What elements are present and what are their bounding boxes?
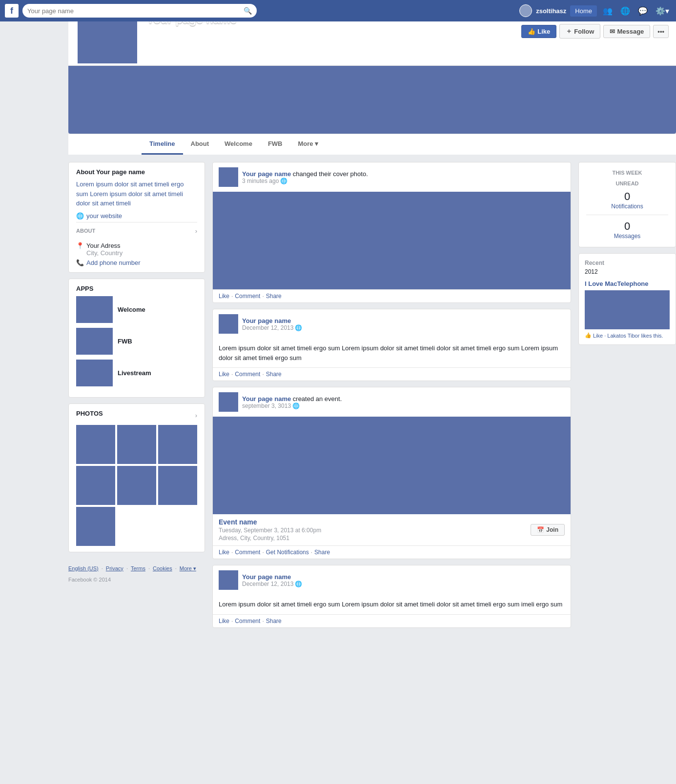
app-fwb[interactable]: FWB xyxy=(76,328,197,355)
post-author-1[interactable]: Your page name xyxy=(242,170,291,178)
post-share-4[interactable]: Share xyxy=(266,618,282,624)
thumbs-up-small-icon: 👍 xyxy=(585,332,592,339)
photo-1[interactable] xyxy=(76,425,115,464)
address-line1: Your Adress xyxy=(86,242,123,249)
center-content: Your page name Website 👍 Like ＋ Follow ✉… xyxy=(68,21,676,641)
phone-icon: 📞 xyxy=(76,259,84,266)
photo-7[interactable] xyxy=(76,507,115,546)
post-event-image xyxy=(213,417,571,514)
post-actions-2: Like · Comment · Share xyxy=(213,367,571,381)
event-location: Adress, City, Country, 1051 xyxy=(219,535,321,542)
tab-fwb[interactable]: FWB xyxy=(260,134,290,155)
post-action-3: created an event. xyxy=(293,395,342,402)
address-line2: City, Country xyxy=(86,249,123,257)
event-name[interactable]: Event name xyxy=(219,518,321,526)
about-section-header: ABOUT › xyxy=(76,222,197,240)
more-options-button[interactable]: ••• xyxy=(653,25,669,38)
chevron-down-icon: ▾ xyxy=(315,140,318,147)
like-button[interactable]: 👍 Like xyxy=(521,25,556,38)
post-comment-3[interactable]: Comment xyxy=(235,549,260,556)
post-author-4[interactable]: Your page name xyxy=(242,573,291,581)
news-feed: Your page name changed their cover photo… xyxy=(212,162,571,634)
chat-icon[interactable]: 💬 xyxy=(636,4,650,18)
home-button[interactable]: Home xyxy=(570,5,597,17)
photo-4[interactable] xyxy=(76,466,115,505)
website-link[interactable]: 🌐 your website xyxy=(76,212,197,220)
post-header-4: Your page name December 12, 2013 🌐 xyxy=(213,565,571,595)
globe-icon[interactable]: 🌐 xyxy=(618,4,632,18)
post-body-4: Lorem ipsum dolor sit amet timeli ergo s… xyxy=(213,595,571,614)
post-like-1[interactable]: Like xyxy=(219,293,229,300)
post-avatar-2 xyxy=(219,314,238,334)
right-panel: THIS WEEK UNREAD 0 Notifications 0 Messa… xyxy=(578,162,676,634)
tab-about[interactable]: About xyxy=(183,134,217,155)
app-thumb-welcome xyxy=(76,296,113,323)
post-share-2[interactable]: Share xyxy=(266,371,282,378)
post-actions-3: Like · Comment · Get Notifications · Sha… xyxy=(213,545,571,559)
photos-grid xyxy=(76,425,197,546)
search-bar[interactable]: 🔍 xyxy=(22,4,257,18)
photo-5[interactable] xyxy=(117,466,156,505)
join-event-button[interactable]: 📅 Join xyxy=(531,524,565,536)
post-image-1 xyxy=(213,192,571,289)
message-icon: ✉ xyxy=(610,28,615,35)
tab-timeline[interactable]: Timeline xyxy=(142,134,183,155)
friends-icon[interactable]: 👥 xyxy=(601,4,615,18)
post-meta-2: Your page name December 12, 2013 🌐 xyxy=(242,317,565,331)
post-comment-1[interactable]: Comment xyxy=(235,293,260,300)
post-comment-2[interactable]: Comment xyxy=(235,371,260,378)
i-love-likes: 👍 Like · Lakatos Tibor likes this. xyxy=(585,332,670,339)
cover-photo: Your page name Website 👍 Like ＋ Follow ✉… xyxy=(68,21,676,134)
event-date: Tuesday, September 3, 2013 at 6:00pm xyxy=(219,527,321,534)
post-share-1[interactable]: Share xyxy=(266,293,282,300)
event-info: Event name Tuesday, September 3, 2013 at… xyxy=(213,514,571,545)
follow-button[interactable]: ＋ Follow xyxy=(559,24,600,39)
post-meta-4: Your page name December 12, 2013 🌐 xyxy=(242,573,565,587)
profile-tabs: Timeline About Welcome FWB More ▾ xyxy=(68,134,676,155)
i-love-thumbnail xyxy=(585,290,670,329)
top-nav: f 🔍 zsoltihasz Home 👥 🌐 💬 ⚙️▾ xyxy=(0,0,676,21)
post-comment-4[interactable]: Comment xyxy=(235,618,260,624)
plus-icon: ＋ xyxy=(566,27,572,36)
footer-cookies[interactable]: Cookies xyxy=(153,565,172,572)
settings-icon[interactable]: ⚙️▾ xyxy=(654,4,671,18)
app-welcome[interactable]: Welcome xyxy=(76,296,197,323)
footer-terms[interactable]: Terms xyxy=(131,565,145,572)
footer-privacy[interactable]: Privacy xyxy=(106,565,123,572)
calendar-icon: 📅 xyxy=(537,526,544,533)
i-love-section: I Love MacTelephone 👍 Like · Lakatos Tib… xyxy=(585,280,670,339)
post-author-3[interactable]: Your page name xyxy=(242,395,291,402)
post-author-2[interactable]: Your page name xyxy=(242,317,291,324)
post-event: Your page name created an event. septemb… xyxy=(212,387,571,559)
post-like-2[interactable]: Like xyxy=(219,371,229,378)
search-input[interactable] xyxy=(27,7,244,15)
post-like-3[interactable]: Like xyxy=(219,549,229,556)
page-website[interactable]: Website xyxy=(146,26,169,34)
tab-welcome[interactable]: Welcome xyxy=(217,134,260,155)
photo-2[interactable] xyxy=(117,425,156,464)
photo-6[interactable] xyxy=(158,466,197,505)
footer-english[interactable]: English (US) xyxy=(68,565,99,572)
post-header-1: Your page name changed their cover photo… xyxy=(213,162,571,192)
tab-more[interactable]: More ▾ xyxy=(290,134,326,155)
photo-3[interactable] xyxy=(158,425,197,464)
post-header-3: Your page name created an event. septemb… xyxy=(213,387,571,417)
footer-more[interactable]: More ▾ xyxy=(180,565,196,572)
i-love-title[interactable]: I Love MacTelephone xyxy=(585,280,670,287)
notifications-label[interactable]: Notifications xyxy=(586,203,668,210)
apps-card: APPS Welcome FWB Livestream xyxy=(68,279,205,398)
post-body-2: Lorem ipsum dolor sit amet timeli ergo s… xyxy=(213,339,571,367)
add-phone-link[interactable]: 📞 Add phone number xyxy=(76,259,197,266)
post-like-4[interactable]: Like xyxy=(219,618,229,624)
post-share-3[interactable]: Share xyxy=(314,549,330,556)
post-actions-1: Like · Comment · Share xyxy=(213,289,571,302)
apps-title: APPS xyxy=(76,285,197,292)
post-time-4: December 12, 2013 🌐 xyxy=(242,581,565,587)
messages-label[interactable]: Messages xyxy=(586,233,668,240)
message-button[interactable]: ✉ Message xyxy=(603,25,650,38)
post-get-notifications-3[interactable]: Get Notifications xyxy=(266,549,309,556)
app-livestream[interactable]: Livestream xyxy=(76,360,197,386)
recent-year: 2012 xyxy=(585,268,670,275)
post-avatar-3 xyxy=(219,392,238,412)
globe-post-icon-4: 🌐 xyxy=(295,581,302,587)
